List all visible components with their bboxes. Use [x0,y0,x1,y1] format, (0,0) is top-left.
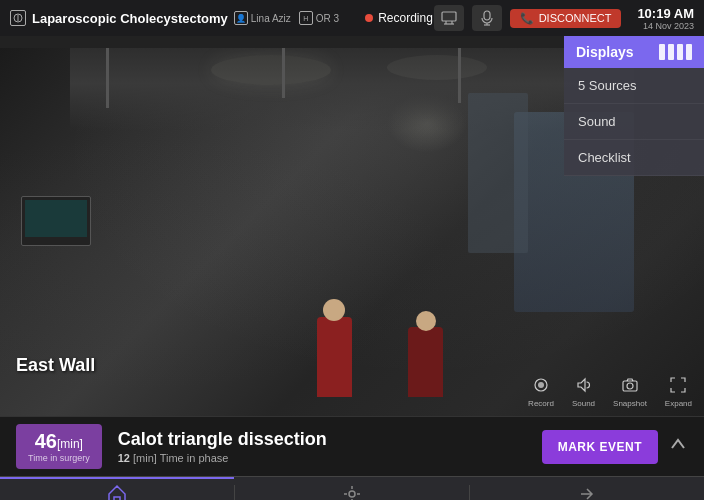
time-block: 10:19 AM 14 Nov 2023 [637,6,694,31]
display-icon-btn[interactable] [434,5,464,31]
surgery-time-value: 46 [35,430,57,453]
procedure-title: Laparoscopic Cholecystectomy [32,11,228,26]
home-icon [107,484,127,500]
sound-item[interactable]: Sound [564,104,704,140]
or-monitor [21,196,91,246]
or-person-1 [317,317,352,397]
surgeon-name: Lina Aziz [251,13,291,24]
expand-control[interactable]: Expand [665,377,692,408]
nav-home[interactable]: HOME [0,477,234,500]
top-bar-left: Laparoscopic Cholecystectomy 👤 Lina Aziz… [10,10,434,26]
or-person-2 [408,327,443,397]
sources-item[interactable]: 5 Sources [564,68,704,104]
disconnect-label: DISCONNECT [539,12,612,24]
ceiling-wire-1 [106,48,109,108]
expand-label: Expand [665,399,692,408]
phase-label: Time in phase [160,452,229,464]
surgeon-badge: 👤 Lina Aziz [234,11,291,25]
top-bar-meta: 👤 Lina Aziz H OR 3 [234,11,339,25]
svg-point-13 [627,383,633,389]
record-label: Record [528,399,554,408]
surgery-time-label: Time in surgery [28,453,90,463]
rec-text: Recording [378,11,433,25]
ceiling-light-2 [387,55,487,80]
current-date: 14 Nov 2023 [637,21,694,31]
procedure-name: Calot triangle dissection [118,429,542,450]
phase-unit: [min] [133,452,157,464]
procedure-icon [10,10,26,26]
sound-icon [575,377,591,397]
sound-control[interactable]: Sound [572,377,595,408]
room-badge: H OR 3 [299,11,339,25]
nav-controls[interactable]: CONTROLS [235,477,469,500]
displays-icons [659,44,692,60]
svg-marker-11 [578,379,585,391]
svg-point-14 [349,491,355,497]
nav-close[interactable]: CLOSE [470,477,704,500]
displays-dropdown-header[interactable]: Displays [564,36,704,68]
top-bar: Laparoscopic Cholecystectomy 👤 Lina Aziz… [0,0,704,36]
checklist-item[interactable]: Checklist [564,140,704,176]
current-time: 10:19 AM [637,6,694,21]
ceiling-light-1 [211,55,331,85]
snapshot-label: Snapshot [613,399,647,408]
surgery-time-unit: [min] [57,437,83,451]
d-icon-1 [659,44,665,60]
time-in-surgery: 46 [min] Time in surgery [16,424,102,469]
expand-icon [670,377,686,397]
equipment-stack [468,93,528,253]
ceiling-wire-2 [282,48,285,98]
snapshot-icon [622,377,638,397]
record-control[interactable]: Record [528,377,554,408]
mic-icon-btn[interactable] [472,5,502,31]
east-wall-label: East Wall [16,355,95,376]
dropdown-menu: Displays 5 Sources Sound Checklist [564,36,704,176]
video-controls: Record Sound Snapshot Expand [528,377,692,408]
displays-label: Displays [576,44,634,60]
ceiling-wire-3 [458,48,461,103]
snapshot-control[interactable]: Snapshot [613,377,647,408]
sound-label: Sound [572,399,595,408]
svg-rect-6 [484,11,490,20]
collapse-chevron[interactable] [668,434,688,459]
top-bar-right: 📞 DISCONNECT 10:19 AM 14 Nov 2023 [434,5,694,31]
procedure-info: Calot triangle dissection 12 [min] Time … [118,429,542,464]
room-label: OR 3 [316,13,339,24]
d-icon-4 [686,44,692,60]
mark-event-button[interactable]: MARK EVENT [542,430,658,464]
record-icon [533,377,549,397]
svg-rect-2 [442,12,456,21]
phase-info: 12 [min] Time in phase [118,452,542,464]
close-nav-icon [577,484,597,500]
d-icon-2 [668,44,674,60]
recording-indicator: Recording [365,11,433,25]
room-icon: H [299,11,313,25]
controls-icon [342,484,362,500]
surgeon-icon: 👤 [234,11,248,25]
d-icon-3 [677,44,683,60]
bottom-nav: HOME CONTROLS CLOSE [0,476,704,500]
svg-point-10 [538,382,544,388]
main-area: East Wall Record Sound Snapshot [0,36,704,416]
phase-time: 12 [118,452,130,464]
rec-dot [365,14,373,22]
bottom-status-bar: 46 [min] Time in surgery Calot triangle … [0,416,704,476]
disconnect-button[interactable]: 📞 DISCONNECT [510,9,622,28]
